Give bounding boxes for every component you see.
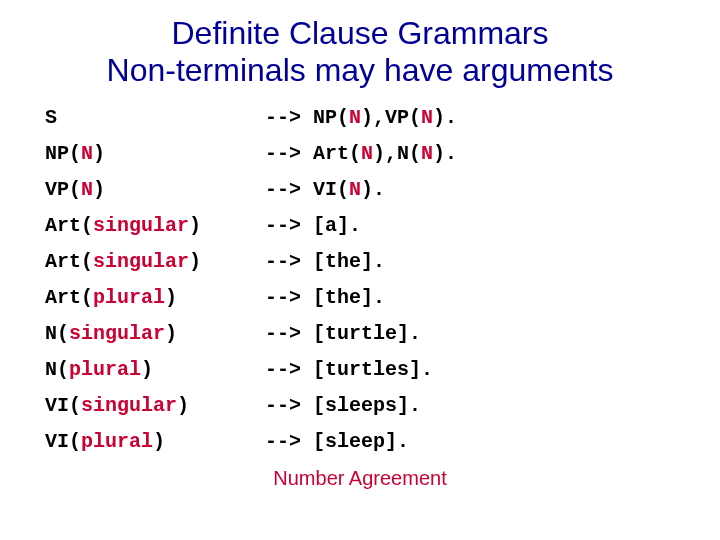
lhs-text: ) [165, 322, 177, 345]
rule-rhs: --> VI(N). [265, 179, 385, 201]
rhs-text: [turtles]. [301, 358, 433, 381]
lhs-arg: plural [69, 358, 141, 381]
lhs-arg: N [81, 178, 93, 201]
grammar-rule: Art(plural)--> [the]. [45, 287, 680, 309]
grammar-rule: VI(singular)--> [sleeps]. [45, 395, 680, 417]
arrow: --> [265, 430, 301, 453]
rhs-text: Art( [301, 142, 361, 165]
grammar-rule: S--> NP(N),VP(N). [45, 107, 680, 129]
grammar-rule: Art(singular)--> [the]. [45, 251, 680, 273]
rule-rhs: --> [the]. [265, 287, 385, 309]
title-line-1: Definite Clause Grammars [172, 15, 549, 51]
lhs-arg: singular [69, 322, 165, 345]
rhs-text: [a]. [301, 214, 361, 237]
rhs-text: ). [361, 178, 385, 201]
rhs-text: [the]. [301, 286, 385, 309]
lhs-text: VP( [45, 178, 81, 201]
lhs-text: ) [165, 286, 177, 309]
lhs-text: NP( [45, 142, 81, 165]
arrow: --> [265, 178, 301, 201]
lhs-text: ) [189, 214, 201, 237]
footer-caption: Number Agreement [40, 467, 680, 490]
rhs-arg: N [349, 106, 361, 129]
lhs-text: Art( [45, 250, 93, 273]
grammar-rule: N(plural)--> [turtles]. [45, 359, 680, 381]
grammar-rules: S--> NP(N),VP(N).NP(N)--> Art(N),N(N).VP… [40, 107, 680, 453]
slide-title: Definite Clause Grammars Non-terminals m… [40, 15, 680, 89]
rule-lhs: NP(N) [45, 143, 265, 165]
lhs-text: ) [153, 430, 165, 453]
lhs-arg: plural [93, 286, 165, 309]
arrow: --> [265, 214, 301, 237]
rhs-text: [sleeps]. [301, 394, 421, 417]
rule-lhs: N(singular) [45, 323, 265, 345]
lhs-text: Art( [45, 286, 93, 309]
rule-rhs: --> [turtles]. [265, 359, 433, 381]
lhs-text: Art( [45, 214, 93, 237]
lhs-text: ) [189, 250, 201, 273]
lhs-arg: singular [93, 214, 189, 237]
rule-rhs: --> [the]. [265, 251, 385, 273]
rhs-text: ). [433, 142, 457, 165]
rule-rhs: --> [sleep]. [265, 431, 409, 453]
rule-rhs: --> Art(N),N(N). [265, 143, 457, 165]
rule-lhs: S [45, 107, 265, 129]
lhs-text: VI( [45, 394, 81, 417]
grammar-rule: NP(N)--> Art(N),N(N). [45, 143, 680, 165]
rule-lhs: Art(singular) [45, 215, 265, 237]
lhs-text: N( [45, 322, 69, 345]
lhs-text: N( [45, 358, 69, 381]
rule-lhs: Art(plural) [45, 287, 265, 309]
arrow: --> [265, 322, 301, 345]
rhs-text: [turtle]. [301, 322, 421, 345]
lhs-arg: singular [81, 394, 177, 417]
lhs-text: ) [177, 394, 189, 417]
lhs-arg: singular [93, 250, 189, 273]
rhs-text: ),N( [373, 142, 421, 165]
lhs-text: ) [93, 142, 105, 165]
arrow: --> [265, 286, 301, 309]
rule-rhs: --> [sleeps]. [265, 395, 421, 417]
rhs-text: NP( [301, 106, 349, 129]
rhs-arg: N [349, 178, 361, 201]
rhs-arg: N [421, 142, 433, 165]
rule-rhs: --> [a]. [265, 215, 361, 237]
arrow: --> [265, 394, 301, 417]
arrow: --> [265, 142, 301, 165]
title-line-2: Non-terminals may have arguments [107, 52, 614, 88]
rhs-text: [the]. [301, 250, 385, 273]
rhs-text: ). [433, 106, 457, 129]
rhs-text: VI( [301, 178, 349, 201]
rhs-text: ),VP( [361, 106, 421, 129]
rule-lhs: VP(N) [45, 179, 265, 201]
rule-lhs: VI(plural) [45, 431, 265, 453]
rhs-text: [sleep]. [301, 430, 409, 453]
grammar-rule: VI(plural)--> [sleep]. [45, 431, 680, 453]
arrow: --> [265, 358, 301, 381]
rule-lhs: Art(singular) [45, 251, 265, 273]
lhs-text: ) [141, 358, 153, 381]
arrow: --> [265, 250, 301, 273]
rule-lhs: VI(singular) [45, 395, 265, 417]
rule-rhs: --> [turtle]. [265, 323, 421, 345]
rule-lhs: N(plural) [45, 359, 265, 381]
grammar-rule: N(singular)--> [turtle]. [45, 323, 680, 345]
lhs-text: ) [93, 178, 105, 201]
arrow: --> [265, 106, 301, 129]
grammar-rule: Art(singular)--> [a]. [45, 215, 680, 237]
lhs-arg: N [81, 142, 93, 165]
lhs-text: VI( [45, 430, 81, 453]
lhs-arg: plural [81, 430, 153, 453]
rule-rhs: --> NP(N),VP(N). [265, 107, 457, 129]
rhs-arg: N [421, 106, 433, 129]
grammar-rule: VP(N)--> VI(N). [45, 179, 680, 201]
rhs-arg: N [361, 142, 373, 165]
lhs-text: S [45, 106, 57, 129]
